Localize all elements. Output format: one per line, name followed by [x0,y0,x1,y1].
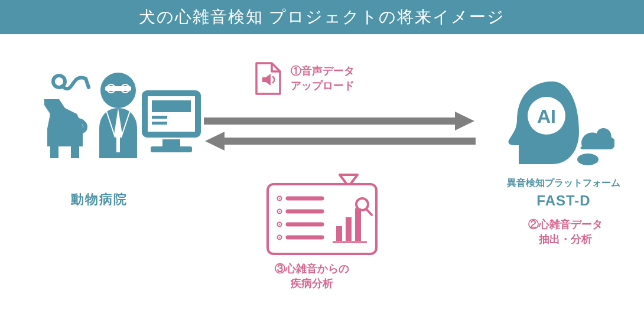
doctor-icon [99,73,137,158]
platform-label: 異音検知プラットフォーム FAST-D [507,176,620,211]
hospital-icon-group [30,70,201,172]
dog-icon [44,99,86,158]
step3-line1: ③心雑音からの [275,262,349,276]
step1-line1: ①音声データ [291,64,354,79]
svg-rect-1 [71,145,79,158]
svg-rect-14 [204,117,458,125]
step3-label: ③心雑音からの 疾病分析 [275,262,349,291]
svg-rect-9 [152,100,191,112]
step2-line2: 抽出・分析 [528,232,603,247]
step1-group: ①音声データ アップロード [254,61,354,96]
page-title: 犬の心雑音検知 プロジェクトの将来イメージ [0,0,644,34]
svg-rect-10 [152,116,167,119]
svg-rect-4 [105,86,131,91]
step1-label: ①音声データ アップロード [291,64,354,93]
step3-line2: 疾病分析 [275,276,349,291]
hospital-label: 動物病院 [71,191,128,208]
svg-rect-7 [116,135,120,152]
monitor-icon [145,93,198,152]
svg-point-17 [279,198,280,199]
platform-label-big: FAST-D [507,190,620,211]
cloud-icon [577,128,614,165]
svg-rect-26 [346,217,352,241]
platform-label-line1: 異音検知プラットフォーム [507,176,620,190]
ai-platform-icon-group: AI [496,76,614,172]
step2-label: ②心雑音データ 抽出・分析 [528,217,603,247]
svg-rect-13 [151,146,192,152]
diagram-stage: 動物病院 ①音声データ アップロード [0,34,644,320]
svg-point-21 [279,224,280,225]
step1-line2: アップロード [291,79,354,93]
svg-point-23 [279,237,280,238]
audio-file-icon [254,61,284,96]
arrows-icon [204,108,476,158]
ai-text: AI [537,106,556,127]
svg-rect-11 [152,122,167,125]
svg-rect-27 [355,208,361,241]
svg-point-32 [577,154,599,165]
svg-rect-8 [145,93,198,135]
svg-point-19 [279,211,280,212]
svg-rect-25 [336,226,342,241]
svg-rect-12 [162,139,180,146]
svg-rect-15 [222,138,476,145]
svg-rect-0 [50,145,58,158]
step2-line1: ②心雑音データ [528,217,603,232]
stethoscope-icon [53,76,89,89]
analysis-report-icon [263,170,381,261]
